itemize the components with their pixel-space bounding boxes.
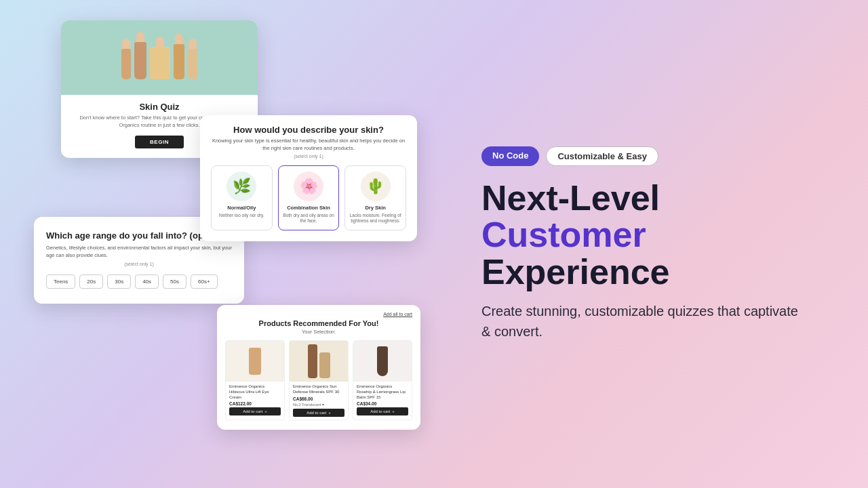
product-2-price: CA$68.00	[293, 396, 344, 401]
age-subtitle: Genetics, lifestyle choices, and environ…	[46, 245, 232, 259]
product-1-price: CA$122.00	[229, 401, 281, 406]
age-btn-40s[interactable]: 40s	[135, 274, 159, 289]
skin-type-subtitle: Knowing your skin type is essential for …	[211, 138, 406, 152]
skin-type-select-note: (select only 1)	[211, 154, 406, 159]
skin-option-dry[interactable]: 🌵 Dry Skin Lacks moisture. Feeling of ti…	[344, 165, 406, 230]
product-2: Eminence Organics Sun Defense Minerals S…	[289, 340, 349, 420]
product-3-add-cart[interactable]: Add to cart +	[357, 407, 408, 415]
begin-button[interactable]: BEGIN	[135, 136, 184, 148]
age-options-list: Teens 20s 30s 40s 50s 60s+	[46, 274, 232, 289]
age-btn-20s[interactable]: 20s	[79, 274, 103, 289]
skin-option-normal-desc: Neither too oily nor dry.	[214, 213, 269, 218]
headline-line3: Experience	[481, 253, 834, 291]
headline-line2: Customer	[481, 216, 834, 253]
skin-options-list: 🌿 Normal/Oily Neither too oily nor dry. …	[211, 165, 406, 230]
left-panel: Skin Quiz Don't know where to start? Tak…	[0, 0, 448, 488]
card-products: Add all to cart Products Recommended For…	[217, 305, 420, 430]
product-1-add-cart[interactable]: Add to cart +	[229, 407, 281, 415]
skin-option-combo-desc: Both dry and oily areas on the face.	[281, 213, 336, 224]
skin-option-normal[interactable]: 🌿 Normal/Oily Neither too oily nor dry.	[211, 165, 273, 230]
skin-icon-dry: 🌵	[361, 171, 391, 201]
product-1-name: Eminence Organics Hibiscus Ultra Lift Ey…	[229, 384, 281, 400]
age-btn-teens[interactable]: Teens	[46, 274, 75, 289]
quiz-hero-image	[61, 20, 258, 95]
product-2-add-cart[interactable]: Add to cart +	[293, 409, 344, 417]
product-1: Eminence Organics Hibiscus Ultra Lift Ey…	[225, 340, 285, 420]
skin-option-combo[interactable]: 🌸 Combination Skin Both dry and oily are…	[278, 165, 340, 230]
skin-quiz-title: Skin Quiz	[71, 102, 248, 112]
badges-row: No Code Customizable & Easy	[481, 146, 834, 166]
products-subtitle: Your Selection:	[225, 329, 412, 335]
age-btn-30s[interactable]: 30s	[107, 274, 131, 289]
skin-icon-normal: 🌿	[226, 171, 256, 201]
card-skin-type: How would you describe your skin? Knowin…	[200, 115, 417, 241]
headline: Next-Level Customer Experience	[481, 180, 834, 291]
skin-icon-combo: 🌸	[294, 171, 323, 201]
product-2-image	[290, 341, 348, 382]
product-3-name: Eminence Organics Rosehip & Lemongrass L…	[357, 384, 408, 400]
product-3-image	[353, 341, 412, 382]
products-title: Products Recommended For You!	[225, 319, 412, 327]
skin-option-normal-name: Normal/Oily	[214, 205, 269, 211]
age-btn-60s[interactable]: 60s+	[191, 274, 218, 289]
badge-custom: Customizable & Easy	[546, 146, 658, 166]
right-panel: No Code Customizable & Easy Next-Level C…	[448, 119, 868, 369]
age-select-note: (select only 1)	[46, 262, 232, 266]
skin-type-title: How would you describe your skin?	[211, 125, 406, 135]
product-3-price: CA$34.00	[357, 401, 408, 406]
description: Create stunning, customizable quizzes th…	[481, 301, 807, 342]
skin-option-combo-name: Combination Skin	[281, 205, 336, 211]
badge-nocode: No Code	[481, 146, 539, 166]
age-btn-50s[interactable]: 50s	[163, 274, 186, 289]
products-grid: Eminence Organics Hibiscus Ultra Lift Ey…	[225, 340, 412, 420]
product-2-select: No.2 Translucent ▾	[293, 403, 344, 407]
skin-option-dry-name: Dry Skin	[348, 205, 403, 211]
skin-option-dry-desc: Lacks moisture. Feeling of tightness and…	[348, 213, 403, 224]
add-all-link[interactable]: Add all to cart	[225, 312, 412, 317]
product-2-name: Eminence Organics Sun Defense Minerals S…	[293, 384, 344, 395]
product-1-image	[226, 341, 284, 382]
headline-line1: Next-Level	[481, 180, 834, 217]
product-3: Eminence Organics Rosehip & Lemongrass L…	[353, 340, 412, 420]
